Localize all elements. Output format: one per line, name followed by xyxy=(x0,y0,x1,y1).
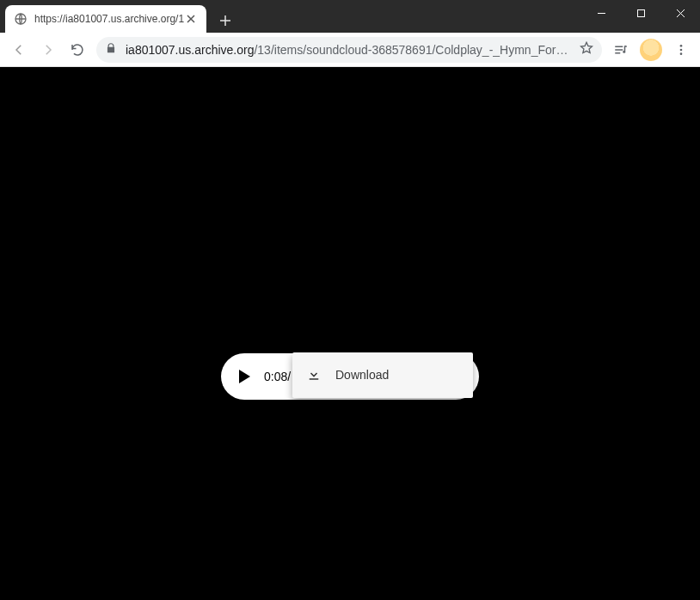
new-tab-button[interactable] xyxy=(213,9,237,33)
tab-title: https://ia801007.us.archive.org/1 xyxy=(34,13,184,25)
svg-point-4 xyxy=(680,48,683,51)
chrome-menu-button[interactable] xyxy=(667,36,695,64)
current-time: 0:08 xyxy=(264,370,287,383)
context-menu: Download xyxy=(292,352,473,398)
url-host: ia801007.us.archive.org xyxy=(126,43,254,57)
bookmark-star-icon[interactable] xyxy=(580,41,593,58)
media-control-icon[interactable] xyxy=(607,36,635,64)
globe-icon xyxy=(14,12,28,26)
svg-point-5 xyxy=(680,52,683,55)
close-tab-icon[interactable] xyxy=(184,12,198,26)
download-menu-item[interactable]: Download xyxy=(292,361,473,389)
svg-point-2 xyxy=(623,50,625,52)
back-button[interactable] xyxy=(5,36,33,64)
download-label: Download xyxy=(335,368,389,382)
toolbar: ia801007.us.archive.org/13/items/soundcl… xyxy=(0,33,700,67)
profile-avatar[interactable] xyxy=(640,39,662,61)
minimize-button[interactable] xyxy=(581,0,621,26)
play-icon[interactable] xyxy=(235,367,254,386)
forward-button[interactable] xyxy=(34,36,62,64)
browser-tab[interactable]: https://ia801007.us.archive.org/1 xyxy=(5,5,206,33)
page-content: 0:08 / Download xyxy=(0,67,700,600)
maximize-button[interactable] xyxy=(621,0,660,26)
lock-icon xyxy=(105,42,117,57)
titlebar: https://ia801007.us.archive.org/1 xyxy=(0,0,700,33)
time-separator: / xyxy=(287,370,291,383)
window-controls xyxy=(581,0,700,26)
url-text: ia801007.us.archive.org/13/items/soundcl… xyxy=(126,43,574,57)
reload-button[interactable] xyxy=(64,36,91,64)
svg-point-3 xyxy=(680,45,683,47)
address-bar[interactable]: ia801007.us.archive.org/13/items/soundcl… xyxy=(96,37,602,63)
download-icon xyxy=(306,366,322,384)
close-window-button[interactable] xyxy=(660,0,700,26)
url-path: /13/items/soundcloud-368578691/Coldplay_… xyxy=(254,43,574,57)
svg-rect-1 xyxy=(637,9,644,16)
tabstrip: https://ia801007.us.archive.org/1 xyxy=(0,0,237,33)
